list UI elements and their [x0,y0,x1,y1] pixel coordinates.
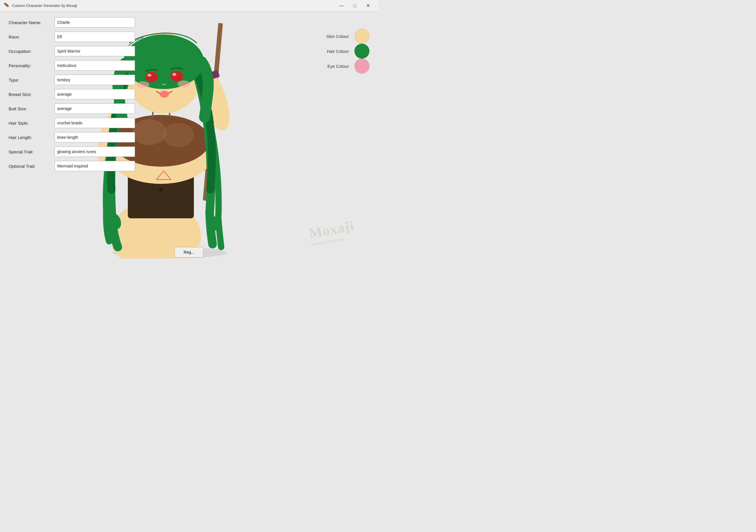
skin-swatch[interactable] [354,29,369,44]
form-row: Occupation: [9,46,147,56]
watermark: Moxaji patreon.com/moxaji [308,218,357,247]
form-label: Type: [9,78,55,82]
form-row: Breast Size: [9,89,147,99]
form-input[interactable] [55,118,135,128]
form-label: Occupation: [9,49,55,54]
form-row: Personality: [9,60,147,71]
form-row: Hair Style: [9,118,147,128]
svg-point-4 [159,188,163,191]
form-row: Character Name: [9,17,147,28]
color-row: Skin Colour: [306,29,369,44]
form-label: Optional Trait: [9,164,55,169]
svg-point-30 [160,91,169,98]
form-label: Special Trait: [9,149,55,154]
color-section: Skin Colour:Hair Colour:Eye Colour: [306,29,369,73]
svg-point-25 [170,71,183,81]
form-input[interactable] [55,75,135,85]
hair-swatch[interactable] [354,44,369,59]
form-input[interactable] [55,132,135,143]
svg-point-24 [145,72,158,82]
form-label: Breast Size: [9,92,55,97]
svg-point-27 [172,73,176,76]
form-row: Special Trait: [9,146,147,157]
form-section: Character Name:Race:Occupation:Personali… [9,17,147,260]
app-title: Custom Character Generator by Moxaji [12,3,335,8]
titlebar: 🪶 Custom Character Generator by Moxaji —… [0,0,378,12]
form-row: Hair Length: [9,132,147,143]
main-content: Character Name:Race:Occupation:Personali… [0,12,378,266]
maximize-button[interactable]: □ [348,0,361,12]
color-label: Eye Colour: [327,64,350,69]
eye-swatch[interactable] [354,59,369,73]
form-label: Character Name: [9,20,55,25]
form-label: Personality: [9,63,55,68]
form-input[interactable] [55,32,135,42]
svg-point-12 [162,123,194,147]
form-row: Type: [9,75,147,85]
minimize-button[interactable]: — [335,0,348,12]
color-row: Hair Colour: [306,44,369,59]
form-row: Optional Trait: [9,161,147,171]
form-row: Race: [9,32,147,42]
form-input[interactable] [55,103,135,114]
generate-button[interactable]: Reg... [175,247,203,257]
form-input[interactable] [55,161,135,171]
svg-point-29 [177,80,190,87]
color-label: Skin Colour: [326,34,350,39]
close-button[interactable]: ✕ [361,0,375,12]
color-label: Hair Colour: [327,49,350,54]
color-row: Eye Colour: [306,59,369,73]
form-label: Hair Length: [9,135,55,140]
app-icon: 🪶 [3,3,10,9]
form-row: Butt Size: [9,103,147,114]
form-label: Race: [9,35,55,40]
form-input[interactable] [55,89,135,99]
form-input[interactable] [55,46,135,56]
form-input[interactable] [55,60,135,71]
form-input[interactable] [55,146,135,157]
svg-point-26 [148,74,151,77]
form-input[interactable] [55,17,135,28]
form-label: Hair Style: [9,120,55,125]
window-controls: — □ ✕ [335,0,375,12]
form-label: Butt Size: [9,106,55,111]
